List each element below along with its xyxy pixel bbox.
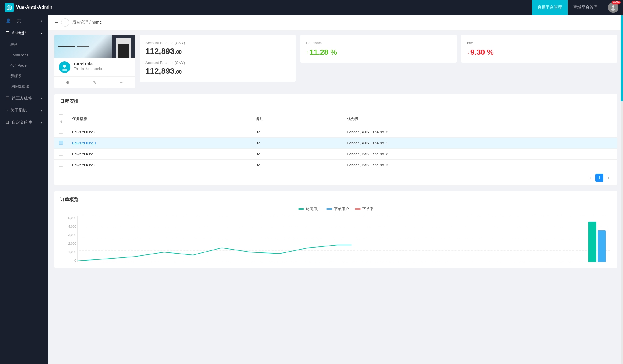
task-name-2: Edward King 2	[67, 149, 251, 160]
about-chevron: ∨	[41, 109, 43, 112]
table-row: Edward King 2 32 London, Park Lane no. 2	[54, 149, 617, 160]
legend-visit-color	[298, 208, 304, 210]
balance-label2: Account Balance (CNY)	[145, 61, 290, 65]
breadcrumb-bar: ☰ ‹ 后台管理 / home	[48, 15, 623, 30]
col-task: 任务指派	[67, 112, 251, 127]
idle-card: Idle ↓ 9.30 %	[461, 35, 617, 63]
about-icon: ○	[6, 108, 8, 112]
priority-3: London, Park Lane no. 3	[342, 160, 617, 171]
profile-info: Card title This is the description	[74, 61, 107, 71]
profile-card: Card title This is the description ⚙ ✎ ·…	[54, 35, 135, 88]
tab-live-platform[interactable]: 直播平台管理	[532, 0, 568, 15]
profile-description: This is the description	[74, 67, 107, 71]
antd-chevron: ∧	[41, 32, 43, 35]
back-button[interactable]: ‹	[61, 18, 69, 27]
feedback-number: 11.28 %	[309, 48, 337, 57]
row-checkbox-2[interactable]	[54, 149, 67, 160]
balance-decimal1: .00	[174, 49, 182, 55]
sidebar-sub-404[interactable]: 404 Page	[0, 60, 48, 70]
col-checkbox: ⇅	[54, 112, 67, 127]
yaxis-3000: 3,000	[63, 233, 76, 237]
notification-badge: 999+	[612, 1, 621, 4]
legend-order-color	[326, 208, 332, 210]
bar-blue-1	[598, 230, 606, 262]
app-logo[interactable]: Vue-Antd-Admin	[5, 3, 52, 12]
profile-card-banner	[54, 35, 135, 58]
balance-decimal2: .00	[174, 69, 182, 75]
sidebar-item-custom[interactable]: ▦自定义组件 ∨	[0, 116, 48, 129]
menu-toggle[interactable]: ☰	[54, 20, 58, 25]
sidebar-sub-cascade[interactable]: 级联选择器	[0, 81, 48, 92]
sidebar-item-about[interactable]: ○关于系统 ∨	[0, 104, 48, 116]
edit-icon: ✎	[93, 80, 96, 85]
chart-legend: 访问用户 下单用户 下单率	[60, 206, 611, 212]
sidebar-item-antd[interactable]: ☰Antd组件 ∧	[0, 27, 48, 39]
profile-card-body: Card title This is the description	[54, 58, 135, 76]
balance-amount1: 112,893.00	[145, 47, 290, 56]
topnav-tabs: 直播平台管理 商城平台管理	[532, 0, 603, 15]
scrollbar-thumb[interactable]	[621, 15, 623, 101]
chart-bars	[78, 216, 611, 262]
idle-label: Idle	[467, 41, 611, 45]
custom-chevron: ∨	[41, 121, 43, 124]
legend-order-label: 下单用户	[334, 206, 349, 212]
breadcrumb-separator: /	[89, 20, 92, 24]
task-name-1: Edward King 1	[67, 138, 251, 149]
balance-amount2: 112,893.00	[145, 67, 290, 76]
schedule-header: 日程安排	[54, 94, 617, 112]
svg-point-4	[63, 65, 66, 68]
page-1-button[interactable]: 1	[595, 174, 603, 182]
next-page-button[interactable]: ›	[605, 174, 613, 182]
profile-more-button[interactable]: ···	[108, 77, 135, 88]
yaxis-0: 0	[63, 259, 76, 262]
profile-settings-button[interactable]: ⚙	[54, 77, 81, 88]
sidebar-sub-steps[interactable]: 步骤条	[0, 70, 48, 81]
home-chevron: ∨	[41, 20, 43, 23]
yaxis-2000: 2,000	[63, 242, 76, 245]
svg-point-2	[612, 5, 614, 8]
bar-teal-1	[588, 222, 596, 262]
scrollbar[interactable]	[621, 15, 623, 364]
note-1: 32	[251, 138, 343, 149]
pagination: ‹ 1 ›	[54, 170, 617, 185]
antd-icon: ☰	[6, 31, 10, 35]
sidebar-sub-formmodal[interactable]: FormModal	[0, 50, 48, 60]
schedule-title: 日程安排	[60, 99, 611, 105]
chart-container: 5,000 4,000 3,000 2,000 1,000 0	[77, 216, 611, 262]
sidebar-item-home[interactable]: 👤主页 ∨	[0, 15, 48, 27]
priority-0: London, Park Lane no. 0	[342, 127, 617, 138]
up-arrow-icon: ↑	[306, 50, 308, 55]
row-checkbox-0[interactable]	[54, 127, 67, 138]
order-section: 订单概览 访问用户 下单用户 下单率 5,000 4,000	[54, 191, 617, 268]
custom-icon: ▦	[6, 120, 10, 125]
legend-rate-color	[355, 208, 361, 210]
profile-card-actions: ⚙ ✎ ···	[54, 76, 135, 88]
note-0: 32	[251, 127, 343, 138]
sidebar-sub-table[interactable]: 表格	[0, 39, 48, 50]
table-row: Edward King 3 32 London, Park Lane no. 3	[54, 160, 617, 171]
breadcrumb-parent[interactable]: 后台管理	[72, 20, 88, 24]
svg-point-3	[611, 8, 615, 11]
task-name-0: Edward King 0	[67, 127, 251, 138]
idle-number: 9.30 %	[470, 48, 494, 57]
row-checkbox-3[interactable]	[54, 160, 67, 171]
note-2: 32	[251, 149, 343, 160]
breadcrumb-current: home	[92, 20, 102, 24]
tab-shop-platform[interactable]: 商城平台管理	[568, 0, 603, 15]
task-name-3: Edward King 3	[67, 160, 251, 171]
profile-edit-button[interactable]: ✎	[81, 77, 108, 88]
sidebar-item-third-party[interactable]: ☰第三方组件 ∨	[0, 92, 48, 104]
banner-image	[112, 35, 135, 58]
home-icon: 👤	[6, 18, 11, 23]
profile-avatar	[59, 61, 70, 73]
row-checkbox-1[interactable]	[54, 138, 67, 149]
balance-label1: Account Balance (CNY)	[145, 41, 290, 45]
col-priority: 优先级	[342, 112, 617, 127]
user-avatar[interactable]: 999+	[608, 2, 618, 13]
schedule-table: ⇅ 任务指派 备注 优先级 Edward King 0 32 London, P…	[54, 112, 617, 170]
prev-page-button[interactable]: ‹	[586, 174, 594, 182]
legend-visit-label: 访问用户	[306, 206, 321, 212]
select-all-checkbox[interactable]	[59, 114, 63, 118]
main-content: ☰ ‹ 后台管理 / home	[48, 15, 623, 364]
note-3: 32	[251, 160, 343, 171]
